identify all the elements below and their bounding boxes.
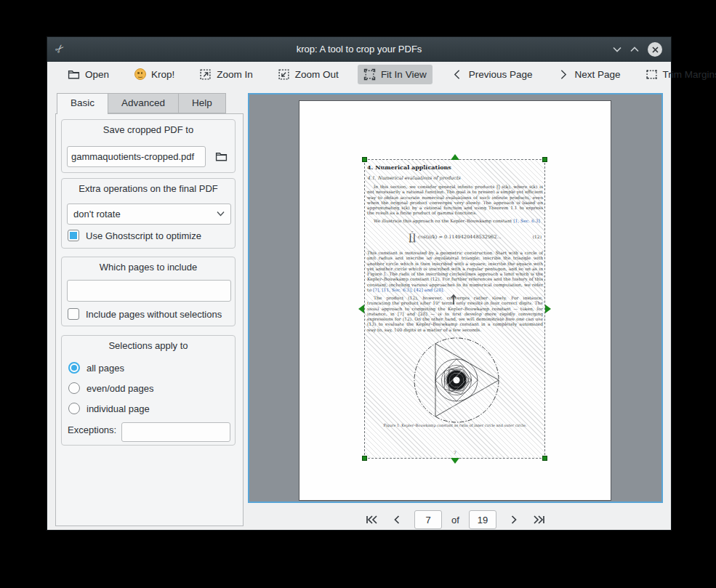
radio-individual-page[interactable]: individual page: [68, 403, 150, 414]
ghostscript-label: Use Ghostscript to optimize: [86, 230, 201, 241]
fit-in-view-icon: [363, 68, 376, 81]
crop-handle-bottom-right[interactable]: [542, 456, 547, 461]
next-page-nav-button[interactable]: [506, 512, 522, 528]
pdf-subsection-heading: 4.1. Numerical evaluations of products: [367, 175, 543, 181]
browse-file-button[interactable]: [212, 148, 230, 165]
pages-group-title: Which pages to include: [62, 262, 235, 273]
radio-icon[interactable]: [68, 403, 80, 414]
radio-icon[interactable]: [68, 382, 80, 394]
radio-all-pages[interactable]: all pages: [68, 362, 124, 374]
close-button[interactable]: [648, 42, 662, 57]
current-page-input[interactable]: [414, 510, 442, 529]
pdf-paragraph: In this section, we consider general inf…: [367, 184, 543, 216]
pdf-formula: ∞ ∏ k=3 cos(π/k) = 0.1149420448532962...…: [367, 228, 543, 246]
close-icon: [652, 47, 659, 53]
zoom-out-button[interactable]: Zoom Out: [272, 65, 345, 84]
crop-handle-top-right[interactable]: [542, 157, 547, 162]
toolbar-label: Trim Margins: [663, 69, 716, 80]
figure-caption: Figure 1. Kepler–Bouwkamp constant as ra…: [367, 423, 543, 427]
toolbar-label: Krop!: [151, 69, 174, 80]
formula-body: cos(π/k) = 0.1149420448532962...: [418, 234, 502, 240]
open-button[interactable]: Open: [62, 65, 115, 84]
tab-help[interactable]: Help: [178, 93, 226, 113]
last-page-button[interactable]: [531, 512, 547, 528]
tab-basic[interactable]: Basic: [57, 93, 108, 114]
window-title: krop: A tool to crop your PDFs: [47, 37, 671, 62]
pdf-section-heading: 4. Numerical applications: [367, 164, 543, 171]
pages-input[interactable]: [67, 280, 231, 302]
pdf-citation: [1, Sec. 6.3]: [513, 218, 540, 223]
crop-handle-bottom[interactable]: [451, 458, 459, 464]
include-pages-option[interactable]: Include pages without selections: [68, 308, 222, 320]
crop-handle-right[interactable]: [545, 305, 551, 313]
pdf-page-number: 7: [367, 450, 543, 455]
pdf-citation: [7], [11, Sec. 6.3], [42] and [28].: [373, 287, 444, 292]
pdf-page[interactable]: 4. Numerical applications 4.1. Numerical…: [299, 100, 611, 501]
radio-label: all pages: [87, 363, 124, 374]
crop-selection[interactable]: 4. Numerical applications 4.1. Numerical…: [364, 159, 545, 459]
crop-handle-top-left[interactable]: [362, 157, 367, 162]
chevron-right-icon: [508, 514, 520, 525]
chevron-left-icon: [451, 68, 464, 81]
previous-page-button[interactable]: Previous Page: [446, 65, 539, 84]
equation-number: (12): [533, 234, 542, 239]
folder-icon: [215, 150, 228, 163]
exceptions-row: Exceptions:: [68, 424, 116, 435]
folder-icon: [68, 68, 80, 81]
page-navigation: of: [248, 510, 663, 530]
kepler-bouwkamp-figure: [409, 333, 504, 427]
previous-page-nav-button[interactable]: [389, 512, 405, 528]
pages-group: Which pages to include Include pages wit…: [61, 257, 236, 326]
operations-group: Extra operations on the final PDF don't …: [61, 178, 236, 249]
trim-margins-icon: [645, 68, 658, 81]
total-pages-field[interactable]: [469, 510, 496, 529]
toolbar-label: Previous Page: [469, 69, 533, 80]
filename-input[interactable]: [67, 146, 206, 167]
rotate-dropdown[interactable]: don't rotate: [67, 204, 231, 225]
pdf-paragraph: This constant is motivated by a geometri…: [367, 250, 543, 292]
app-window: ✂ krop: A tool to crop your PDFs Open Kr…: [47, 36, 672, 531]
ghostscript-option[interactable]: Use Ghostscript to optimize: [68, 230, 201, 241]
tab-advanced[interactable]: Advanced: [108, 93, 179, 113]
crop-handle-bottom-left[interactable]: [362, 456, 367, 461]
krop-button[interactable]: Krop!: [128, 65, 180, 84]
minimize-button[interactable]: [610, 42, 624, 57]
chevron-down-icon: [217, 211, 225, 217]
selections-group-title: Selections apply to: [62, 340, 235, 351]
pdf-text: This constant is motivated by a geometri…: [367, 250, 543, 292]
toolbar-label: Zoom In: [217, 69, 253, 80]
selections-group: Selections apply to all pages even/odd p…: [61, 335, 236, 446]
pdf-paragraph: We illustrate this approach on the Keple…: [367, 218, 543, 223]
include-pages-checkbox[interactable]: [68, 308, 79, 320]
trim-margins-button[interactable]: Trim Margins: [640, 65, 716, 84]
toolbar-label: Fit In View: [381, 69, 427, 80]
crop-handle-top[interactable]: [451, 154, 459, 160]
chevron-left-icon: [391, 514, 403, 525]
smiley-icon: [134, 68, 146, 81]
go-last-icon: [532, 514, 547, 525]
exceptions-input[interactable]: [121, 422, 230, 442]
toolbar-label: Next Page: [574, 69, 620, 80]
ghostscript-checkbox[interactable]: [68, 230, 79, 241]
exceptions-label: Exceptions:: [68, 424, 116, 435]
product-symbol: ∞ ∏ k=3: [409, 230, 416, 243]
save-group: Save cropped PDF to: [61, 119, 236, 173]
include-pages-label: Include pages without selections: [86, 309, 222, 320]
chevron-down-icon: [613, 47, 622, 52]
titlebar[interactable]: ✂ krop: A tool to crop your PDFs: [47, 37, 671, 62]
next-page-button[interactable]: Next Page: [551, 65, 626, 84]
go-first-icon: [364, 514, 379, 525]
radio-even-odd-pages[interactable]: even/odd pages: [68, 382, 154, 394]
first-page-button[interactable]: [363, 512, 379, 528]
zoom-in-button[interactable]: Zoom In: [193, 65, 259, 84]
save-group-title: Save cropped PDF to: [62, 124, 235, 135]
zoom-in-icon: [199, 68, 212, 81]
pdf-viewer[interactable]: 4. Numerical applications 4.1. Numerical…: [248, 93, 663, 503]
fit-in-view-button[interactable]: Fit In View: [358, 65, 433, 84]
pdf-text: We illustrate this approach on the Keple…: [374, 218, 513, 223]
maximize-button[interactable]: [627, 42, 642, 57]
crop-handle-left[interactable]: [358, 305, 364, 313]
chevron-up-icon: [630, 47, 639, 52]
radio-label: individual page: [87, 403, 150, 414]
radio-icon[interactable]: [68, 362, 80, 374]
